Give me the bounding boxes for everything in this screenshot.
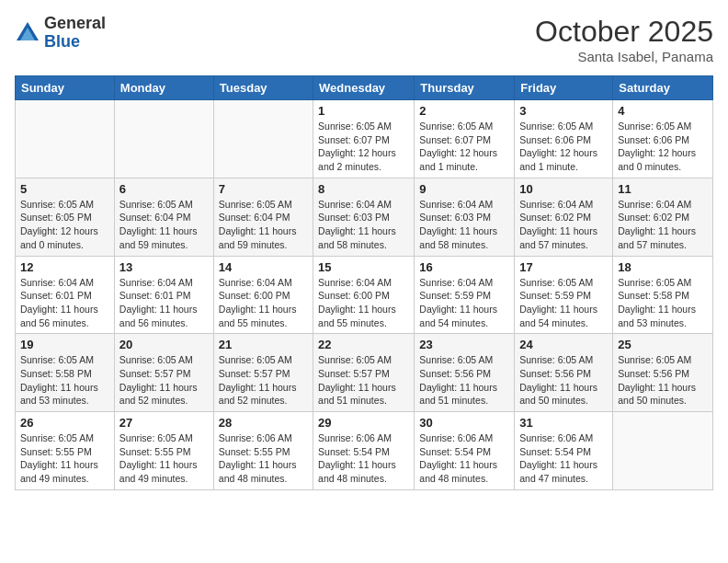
day-number: 28 (219, 416, 308, 430)
day-info: Sunrise: 6:05 AM Sunset: 6:05 PM Dayligh… (20, 198, 109, 252)
calendar-week-row: 12Sunrise: 6:04 AM Sunset: 6:01 PM Dayli… (16, 256, 713, 334)
day-number: 27 (119, 416, 209, 430)
calendar-cell: 9Sunrise: 6:04 AM Sunset: 6:03 PM Daylig… (415, 178, 515, 256)
day-info: Sunrise: 6:04 AM Sunset: 6:03 PM Dayligh… (419, 198, 509, 252)
calendar-cell: 3Sunrise: 6:05 AM Sunset: 6:06 PM Daylig… (515, 100, 613, 178)
day-number: 2 (419, 104, 509, 118)
day-number: 19 (20, 338, 109, 351)
day-info: Sunrise: 6:05 AM Sunset: 6:07 PM Dayligh… (419, 120, 509, 174)
calendar-cell: 29Sunrise: 6:06 AM Sunset: 5:54 PM Dayli… (313, 412, 415, 490)
day-number: 11 (618, 182, 708, 196)
calendar-cell: 12Sunrise: 6:04 AM Sunset: 6:01 PM Dayli… (16, 256, 115, 334)
day-info: Sunrise: 6:04 AM Sunset: 6:00 PM Dayligh… (219, 276, 308, 330)
day-number: 24 (519, 338, 608, 351)
day-number: 30 (419, 416, 509, 430)
day-info: Sunrise: 6:04 AM Sunset: 6:02 PM Dayligh… (519, 198, 608, 252)
calendar-cell: 18Sunrise: 6:05 AM Sunset: 5:58 PM Dayli… (613, 256, 713, 334)
day-info: Sunrise: 6:05 AM Sunset: 6:04 PM Dayligh… (119, 198, 209, 252)
calendar-cell: 21Sunrise: 6:05 AM Sunset: 5:57 PM Dayli… (213, 334, 313, 412)
weekday-header-friday: Friday (515, 76, 613, 100)
day-number: 7 (219, 182, 308, 196)
day-number: 17 (519, 260, 608, 274)
day-info: Sunrise: 6:06 AM Sunset: 5:54 PM Dayligh… (318, 431, 409, 486)
weekday-header-tuesday: Tuesday (213, 76, 313, 100)
day-number: 10 (519, 182, 608, 196)
calendar-cell: 15Sunrise: 6:04 AM Sunset: 6:00 PM Dayli… (313, 256, 415, 334)
day-info: Sunrise: 6:06 AM Sunset: 5:55 PM Dayligh… (219, 431, 308, 486)
calendar-cell: 16Sunrise: 6:04 AM Sunset: 5:59 PM Dayli… (415, 256, 515, 334)
day-number: 5 (20, 182, 109, 196)
day-info: Sunrise: 6:05 AM Sunset: 5:57 PM Dayligh… (318, 353, 409, 408)
day-info: Sunrise: 6:05 AM Sunset: 6:06 PM Dayligh… (519, 120, 608, 174)
calendar-cell: 17Sunrise: 6:05 AM Sunset: 5:59 PM Dayli… (515, 256, 613, 334)
calendar-cell: 27Sunrise: 6:05 AM Sunset: 5:55 PM Dayli… (114, 412, 213, 490)
day-info: Sunrise: 6:05 AM Sunset: 5:58 PM Dayligh… (20, 353, 109, 408)
calendar-cell: 6Sunrise: 6:05 AM Sunset: 6:04 PM Daylig… (114, 178, 213, 256)
calendar-cell: 14Sunrise: 6:04 AM Sunset: 6:00 PM Dayli… (213, 256, 313, 334)
day-number: 25 (618, 338, 708, 351)
day-info: Sunrise: 6:06 AM Sunset: 5:54 PM Dayligh… (419, 431, 509, 486)
day-number: 15 (318, 260, 409, 274)
day-info: Sunrise: 6:04 AM Sunset: 6:00 PM Dayligh… (318, 276, 409, 330)
day-info: Sunrise: 6:04 AM Sunset: 6:02 PM Dayligh… (618, 198, 708, 252)
calendar-cell: 19Sunrise: 6:05 AM Sunset: 5:58 PM Dayli… (16, 334, 115, 412)
calendar-cell: 7Sunrise: 6:05 AM Sunset: 6:04 PM Daylig… (213, 178, 313, 256)
day-number: 9 (419, 182, 509, 196)
weekday-header-wednesday: Wednesday (313, 76, 415, 100)
calendar-cell: 20Sunrise: 6:05 AM Sunset: 5:57 PM Dayli… (114, 334, 213, 412)
calendar-cell: 8Sunrise: 6:04 AM Sunset: 6:03 PM Daylig… (313, 178, 415, 256)
day-number: 1 (318, 104, 409, 118)
calendar-table: SundayMondayTuesdayWednesdayThursdayFrid… (15, 75, 713, 490)
day-info: Sunrise: 6:05 AM Sunset: 5:56 PM Dayligh… (419, 353, 509, 408)
calendar-cell: 25Sunrise: 6:05 AM Sunset: 5:56 PM Dayli… (613, 334, 713, 412)
weekday-header-monday: Monday (114, 76, 213, 100)
day-number: 26 (20, 416, 109, 430)
day-number: 23 (419, 338, 509, 351)
day-number: 20 (119, 338, 209, 351)
calendar-cell: 10Sunrise: 6:04 AM Sunset: 6:02 PM Dayli… (515, 178, 613, 256)
logo-icon (15, 20, 40, 46)
month-title: October 2025 (535, 15, 713, 49)
logo-blue: Blue (44, 32, 80, 51)
calendar-cell: 24Sunrise: 6:05 AM Sunset: 5:56 PM Dayli… (515, 334, 613, 412)
day-info: Sunrise: 6:05 AM Sunset: 6:06 PM Dayligh… (618, 120, 708, 174)
calendar-week-row: 1Sunrise: 6:05 AM Sunset: 6:07 PM Daylig… (16, 100, 713, 178)
title-block: October 2025 Santa Isabel, Panama (535, 15, 713, 64)
calendar-cell: 28Sunrise: 6:06 AM Sunset: 5:55 PM Dayli… (213, 412, 313, 490)
day-info: Sunrise: 6:05 AM Sunset: 6:04 PM Dayligh… (219, 198, 308, 252)
day-info: Sunrise: 6:05 AM Sunset: 5:56 PM Dayligh… (618, 353, 708, 408)
day-number: 6 (119, 182, 209, 196)
weekday-header-thursday: Thursday (415, 76, 515, 100)
calendar-cell: 2Sunrise: 6:05 AM Sunset: 6:07 PM Daylig… (415, 100, 515, 178)
calendar-cell: 11Sunrise: 6:04 AM Sunset: 6:02 PM Dayli… (613, 178, 713, 256)
calendar-week-row: 5Sunrise: 6:05 AM Sunset: 6:05 PM Daylig… (16, 178, 713, 256)
weekday-header-sunday: Sunday (16, 76, 115, 100)
logo: General Blue (15, 15, 106, 52)
logo-general: General (44, 14, 106, 32)
day-number: 14 (219, 260, 308, 274)
day-info: Sunrise: 6:05 AM Sunset: 5:55 PM Dayligh… (119, 431, 209, 486)
logo-text: General Blue (44, 15, 106, 52)
day-info: Sunrise: 6:04 AM Sunset: 6:03 PM Dayligh… (318, 198, 409, 252)
day-number: 3 (519, 104, 608, 118)
calendar-cell (16, 100, 115, 178)
day-number: 16 (419, 260, 509, 274)
calendar-cell (114, 100, 213, 178)
day-number: 4 (618, 104, 708, 118)
location-subtitle: Santa Isabel, Panama (535, 49, 713, 64)
day-number: 18 (618, 260, 708, 274)
day-number: 13 (119, 260, 209, 274)
calendar-cell: 22Sunrise: 6:05 AM Sunset: 5:57 PM Dayli… (313, 334, 415, 412)
day-info: Sunrise: 6:05 AM Sunset: 5:57 PM Dayligh… (219, 353, 308, 408)
calendar-week-row: 19Sunrise: 6:05 AM Sunset: 5:58 PM Dayli… (16, 334, 713, 412)
calendar-cell: 4Sunrise: 6:05 AM Sunset: 6:06 PM Daylig… (613, 100, 713, 178)
day-number: 21 (219, 338, 308, 351)
calendar-cell: 1Sunrise: 6:05 AM Sunset: 6:07 PM Daylig… (313, 100, 415, 178)
day-number: 8 (318, 182, 409, 196)
calendar-cell (613, 412, 713, 490)
weekday-header-saturday: Saturday (613, 76, 713, 100)
calendar-cell: 31Sunrise: 6:06 AM Sunset: 5:54 PM Dayli… (515, 412, 613, 490)
day-info: Sunrise: 6:04 AM Sunset: 6:01 PM Dayligh… (119, 276, 209, 330)
day-info: Sunrise: 6:05 AM Sunset: 5:58 PM Dayligh… (618, 276, 708, 330)
calendar-cell: 30Sunrise: 6:06 AM Sunset: 5:54 PM Dayli… (415, 412, 515, 490)
